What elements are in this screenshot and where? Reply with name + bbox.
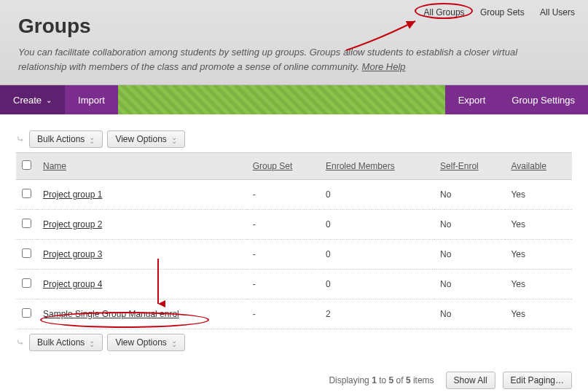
page-title: Groups [18, 15, 570, 38]
row-name-cell: Project group 2 [37, 210, 247, 240]
desc-text: You can facilitate collaboration among s… [18, 47, 517, 72]
show-all-button[interactable]: Show All [446, 372, 495, 389]
row-self-enrol: No [434, 180, 505, 210]
group-name-link[interactable]: Project group 2 [43, 219, 102, 230]
row-enrolled: 0 [320, 210, 434, 240]
row-checkbox-cell [16, 240, 37, 270]
page-header: All Groups Group Sets All Users Groups Y… [0, 0, 588, 85]
view-options-button[interactable]: View Options ⌄⌄ [107, 334, 184, 351]
toolbar-bottom: ⤷ Bulk Actions ⌄⌄ View Options ⌄⌄ [16, 334, 572, 351]
header-available[interactable]: Available [505, 153, 572, 180]
row-group-set: - [247, 240, 320, 270]
header-group-set[interactable]: Group Set [247, 153, 320, 180]
bulk-actions-button[interactable]: Bulk Actions ⌄⌄ [29, 334, 103, 351]
disp-to-text: to [377, 375, 389, 385]
bulk-actions-label: Bulk Actions [37, 134, 85, 144]
chevron-down-icon: ⌄ [46, 96, 52, 104]
row-enrolled: 2 [320, 299, 434, 329]
row-name-cell: Project group 3 [37, 240, 247, 270]
disp-from: 1 [372, 375, 377, 385]
header-enrolled[interactable]: Enroled Members [320, 153, 434, 180]
row-available: Yes [505, 210, 572, 240]
view-options-button[interactable]: View Options ⌄⌄ [107, 130, 184, 148]
toolbar-top: ⤷ Bulk Actions ⌄⌄ View Options ⌄⌄ [16, 130, 572, 148]
row-self-enrol: No [434, 240, 505, 270]
view-options-label: View Options [115, 134, 166, 144]
table-body: Project group 1-0NoYesProject group 2-0N… [16, 180, 572, 329]
row-available: Yes [505, 240, 572, 270]
disp-total: 5 [406, 375, 411, 385]
disp-of-text: of [393, 375, 406, 385]
nav-all-groups[interactable]: All Groups [424, 7, 465, 17]
double-chevron-icon: ⌄⌄ [171, 339, 177, 346]
row-name-cell: Project group 1 [37, 180, 247, 210]
row-group-set: - [247, 270, 320, 299]
row-checkbox-cell [16, 270, 37, 299]
table-row: Project group 1-0NoYes [16, 180, 572, 210]
content-area: ⤷ Bulk Actions ⌄⌄ View Options ⌄⌄ Name G… [0, 114, 588, 363]
table-row: Project group 3-0NoYes [16, 240, 572, 270]
disp-prefix: Displaying [329, 375, 372, 385]
group-name-link[interactable]: Sample Single Group Manual enrol [43, 309, 179, 319]
row-enrolled: 0 [320, 270, 434, 299]
disp-suffix: items [411, 375, 434, 385]
row-available: Yes [505, 299, 572, 329]
more-help-link[interactable]: More Help [362, 61, 406, 72]
arrow-right-icon: ⤷ [16, 133, 25, 145]
select-all-checkbox[interactable] [22, 160, 31, 170]
row-enrolled: 0 [320, 180, 434, 210]
bulk-actions-button[interactable]: Bulk Actions ⌄⌄ [29, 130, 103, 148]
footer-row: Displaying 1 to 5 of 5 items Show All Ed… [0, 363, 588, 392]
import-button[interactable]: Import [65, 85, 118, 114]
group-name-link[interactable]: Project group 1 [43, 189, 102, 200]
create-button[interactable]: Create ⌄ [0, 85, 65, 114]
row-checkbox[interactable] [22, 219, 31, 228]
action-bar-spacer [118, 85, 445, 114]
edit-paging-button[interactable]: Edit Paging… [503, 372, 572, 389]
row-checkbox[interactable] [22, 189, 31, 198]
groups-table: Name Group Set Enroled Members Self-Enro… [16, 152, 572, 329]
double-chevron-icon: ⌄⌄ [171, 136, 177, 143]
group-name-link[interactable]: Project group 3 [43, 249, 102, 259]
row-self-enrol: No [434, 299, 505, 329]
view-options-label: View Options [115, 337, 166, 348]
header-checkbox-cell [16, 153, 37, 180]
row-checkbox[interactable] [22, 308, 31, 318]
row-checkbox-cell [16, 299, 37, 329]
create-label: Create [13, 95, 42, 106]
row-group-set: - [247, 180, 320, 210]
row-self-enrol: No [434, 210, 505, 240]
row-checkbox[interactable] [22, 278, 31, 288]
table-row: Project group 2-0NoYes [16, 210, 572, 240]
header-name[interactable]: Name [37, 153, 247, 180]
export-button[interactable]: Export [445, 85, 499, 114]
row-group-set: - [247, 210, 320, 240]
table-row: Sample Single Group Manual enrol-2NoYes [16, 299, 572, 329]
row-name-cell: Project group 4 [37, 270, 247, 299]
table-row: Project group 4-0NoYes [16, 270, 572, 299]
row-enrolled: 0 [320, 240, 434, 270]
nav-all-users[interactable]: All Users [540, 7, 575, 17]
row-name-cell: Sample Single Group Manual enrol [37, 299, 247, 329]
paging-display: Displaying 1 to 5 of 5 items [329, 375, 434, 385]
group-name-link[interactable]: Project group 4 [43, 279, 102, 289]
group-settings-button[interactable]: Group Settings [498, 85, 588, 114]
table-header-row: Name Group Set Enroled Members Self-Enro… [16, 153, 572, 180]
nav-group-sets[interactable]: Group Sets [480, 7, 525, 17]
row-checkbox-cell [16, 210, 37, 240]
row-self-enrol: No [434, 270, 505, 299]
top-nav: All Groups Group Sets All Users [424, 7, 575, 17]
bulk-actions-label: Bulk Actions [37, 337, 85, 348]
arrow-right-icon: ⤷ [16, 337, 25, 348]
row-available: Yes [505, 180, 572, 210]
row-available: Yes [505, 270, 572, 299]
header-self-enrol[interactable]: Self-Enrol [434, 153, 505, 180]
page-description: You can facilitate collaboration among s… [18, 45, 557, 74]
double-chevron-icon: ⌄⌄ [89, 339, 95, 346]
row-checkbox[interactable] [22, 248, 31, 258]
action-bar: Create ⌄ Import Export Group Settings [0, 85, 588, 114]
double-chevron-icon: ⌄⌄ [89, 136, 95, 143]
row-group-set: - [247, 299, 320, 329]
row-checkbox-cell [16, 180, 37, 210]
